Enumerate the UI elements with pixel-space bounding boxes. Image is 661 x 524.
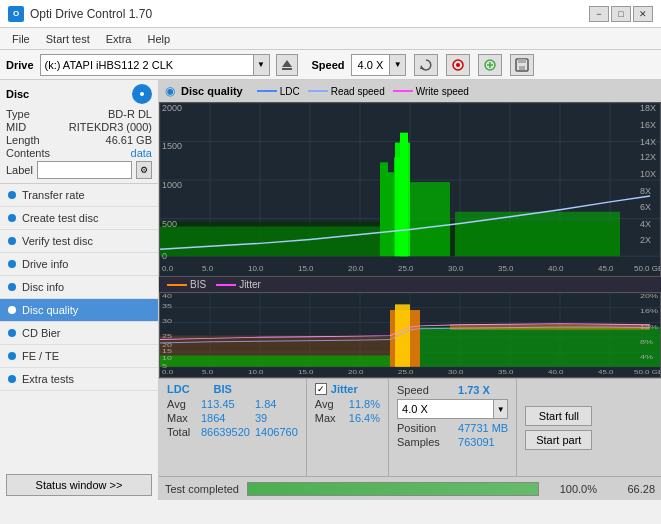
speed-select-arrow[interactable]: ▼: [493, 400, 507, 418]
menu-start-test[interactable]: Start test: [38, 31, 98, 47]
sidebar-item-extra-tests[interactable]: Extra tests: [0, 368, 158, 391]
jitter-avg-label: Avg: [315, 398, 345, 410]
svg-text:6X: 6X: [640, 202, 651, 212]
status-window-button[interactable]: Status window >>: [6, 474, 152, 496]
disc-contents-row: Contents data: [6, 147, 152, 159]
svg-text:16X: 16X: [640, 120, 656, 130]
label-input[interactable]: [37, 161, 132, 179]
nav-dot: [8, 352, 16, 360]
nav-label: Verify test disc: [22, 235, 93, 247]
svg-text:16%: 16%: [640, 309, 659, 315]
jitter-max-label: Max: [315, 412, 345, 424]
disc-mid-row: MID RITEKDR3 (000): [6, 121, 152, 133]
svg-text:5.0: 5.0: [202, 370, 214, 375]
menu-extra[interactable]: Extra: [98, 31, 140, 47]
length-label: Length: [6, 134, 40, 146]
avg-label: Avg: [167, 398, 197, 410]
burn-button[interactable]: [446, 54, 470, 76]
minimize-button[interactable]: −: [589, 6, 609, 22]
legend-ldc: LDC: [257, 86, 300, 97]
app-icon: O: [8, 6, 24, 22]
total-bis: 1406760: [255, 426, 298, 438]
svg-text:1500: 1500: [162, 142, 182, 152]
svg-text:20%: 20%: [640, 293, 659, 299]
svg-text:5.0: 5.0: [202, 264, 214, 273]
nav-dot: [8, 283, 16, 291]
svg-text:45.0: 45.0: [598, 370, 614, 375]
sidebar-item-create-test-disc[interactable]: Create test disc: [0, 207, 158, 230]
svg-rect-37: [400, 133, 408, 257]
jitter-avg-row: Avg 11.8%: [315, 398, 380, 410]
nav-label: FE / TE: [22, 350, 59, 362]
svg-text:20.0: 20.0: [348, 264, 364, 273]
svg-text:40.0: 40.0: [548, 264, 564, 273]
svg-text:35: 35: [162, 303, 172, 309]
legend-read-label: Read speed: [331, 86, 385, 97]
eject-button[interactable]: [276, 54, 298, 76]
close-button[interactable]: ✕: [633, 6, 653, 22]
sidebar-item-disc-info[interactable]: Disc info: [0, 276, 158, 299]
nav-label: Extra tests: [22, 373, 74, 385]
disc-quality-icon: ◉: [165, 84, 175, 98]
sidebar-item-cd-bier[interactable]: CD Bier: [0, 322, 158, 345]
svg-rect-7: [518, 59, 526, 63]
svg-rect-82: [395, 304, 410, 366]
start-part-button[interactable]: Start part: [525, 430, 592, 450]
legend-write-label: Write speed: [416, 86, 469, 97]
main-area: Disc Type BD-R DL MID RITEKDR3 (000) Len…: [0, 80, 661, 500]
svg-text:50.0 GB: 50.0 GB: [634, 370, 660, 375]
svg-text:15.0: 15.0: [298, 264, 314, 273]
legend-write-color: [393, 90, 413, 92]
label-icon-button[interactable]: ⚙: [136, 161, 152, 179]
speed-stats: Speed 1.73 X 4.0 X ▼ Position 47731 MB S…: [389, 379, 517, 476]
svg-text:0.0: 0.0: [162, 370, 174, 375]
drive-label: Drive: [6, 59, 34, 71]
progress-time: 66.28: [605, 483, 655, 495]
svg-text:2000: 2000: [162, 103, 182, 113]
jitter-header: Jitter: [331, 383, 358, 395]
drive-dropdown-arrow[interactable]: ▼: [253, 55, 269, 75]
nav-dot: [8, 191, 16, 199]
progressbar-track: [247, 482, 539, 496]
sidebar-item-fe-te[interactable]: FE / TE: [0, 345, 158, 368]
start-full-button[interactable]: Start full: [525, 406, 592, 426]
speed-select-display: 4.0 X: [398, 402, 493, 416]
ldc-header: LDC: [167, 383, 190, 395]
nav-dot: [8, 375, 16, 383]
titlebar-controls: − □ ✕: [589, 6, 653, 22]
sidebar-item-transfer-rate[interactable]: Transfer rate: [0, 184, 158, 207]
speed-dropdown-arrow[interactable]: ▼: [389, 55, 405, 75]
bis-header: BIS: [214, 383, 232, 395]
refresh-button[interactable]: [414, 54, 438, 76]
jitter-checkbox[interactable]: ✓: [315, 383, 327, 395]
type-label: Type: [6, 108, 30, 120]
sidebar-item-drive-info[interactable]: Drive info: [0, 253, 158, 276]
svg-text:1000: 1000: [162, 180, 182, 190]
menu-file[interactable]: File: [4, 31, 38, 47]
speed-select-container: 4.0 X ▼: [397, 399, 508, 419]
sidebar-item-disc-quality[interactable]: Disc quality: [0, 299, 158, 322]
legend-bis-label: BIS: [190, 279, 206, 290]
content-area: ◉ Disc quality LDC Read speed Write spee…: [159, 80, 661, 500]
maximize-button[interactable]: □: [611, 6, 631, 22]
svg-point-4: [456, 63, 460, 67]
save-button[interactable]: [510, 54, 534, 76]
svg-rect-33: [410, 182, 450, 256]
menu-help[interactable]: Help: [139, 31, 178, 47]
sidebar-item-verify-test-disc[interactable]: Verify test disc: [0, 230, 158, 253]
jitter-avg-value: 11.8%: [349, 398, 380, 410]
chart-top: 2000 1500 1000 500 0 18X 16X 14X 12X 10X…: [159, 102, 661, 277]
position-label: Position: [397, 422, 452, 434]
chart-bottom: 40 35 30 25 20 15 10 5 20% 16% 12% 8% 4%…: [159, 292, 661, 378]
settings-button[interactable]: [478, 54, 502, 76]
svg-text:8%: 8%: [640, 339, 654, 345]
sidebar: Disc Type BD-R DL MID RITEKDR3 (000) Len…: [0, 80, 159, 500]
svg-text:25.0: 25.0: [398, 264, 414, 273]
nav-label: CD Bier: [22, 327, 61, 339]
svg-text:10.0: 10.0: [248, 264, 264, 273]
svg-text:20: 20: [162, 342, 172, 348]
legend-read: Read speed: [308, 86, 385, 97]
action-buttons: Start full Start part: [517, 379, 600, 476]
disc-label-row: Label ⚙: [6, 161, 152, 179]
chart-legend: LDC Read speed Write speed: [257, 86, 469, 97]
